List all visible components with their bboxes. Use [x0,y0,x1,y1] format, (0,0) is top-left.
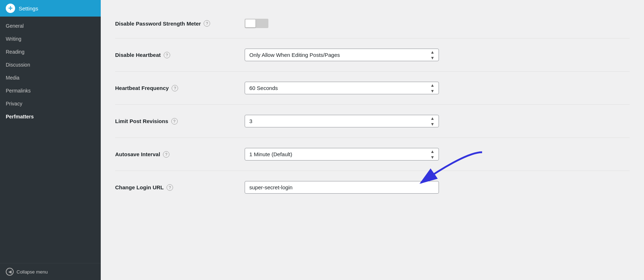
sidebar-item-writing[interactable]: Writing [0,32,101,45]
settings-row-heartbeat-frequency: Heartbeat Frequency ? 15 Seconds 30 Seco… [115,72,630,105]
disable-heartbeat-help-icon[interactable]: ? [164,52,170,58]
change-login-url-label-group: Change Login URL ? [115,184,237,191]
sidebar-item-perfmatters[interactable]: Perfmatters [0,110,101,123]
disable-heartbeat-label-group: Disable Heartbeat ? [115,52,237,58]
collapse-icon: ◀ [6,268,14,276]
settings-row-change-login-url: Change Login URL ? [115,171,630,204]
settings-row-limit-revisions: Limit Post Revisions ? 1 2 3 4 5 Unlimit… [115,105,630,138]
collapse-menu-button[interactable]: ◀ Collapse menu [0,263,101,280]
disable-password-help-icon[interactable]: ? [204,20,210,27]
limit-revisions-select-wrapper: 1 2 3 4 5 Unlimited ▲▼ [245,115,439,127]
sidebar-item-privacy[interactable]: Privacy [0,97,101,110]
disable-heartbeat-select[interactable]: Only Allow When Editing Posts/Pages Disa… [245,49,439,61]
wp-logo-icon: ✛ [6,4,15,13]
main-content: Disable Password Strength Meter ? Disabl… [101,0,644,280]
change-login-url-control [245,181,439,194]
sidebar-item-general[interactable]: General [0,19,101,32]
sidebar-item-media[interactable]: Media [0,71,101,84]
disable-heartbeat-select-wrapper: Only Allow When Editing Posts/Pages Disa… [245,49,439,61]
limit-revisions-select[interactable]: 1 2 3 4 5 Unlimited [245,115,439,127]
change-login-url-help-icon[interactable]: ? [167,184,173,191]
sidebar-header: ✛ Settings [0,0,101,17]
sidebar-title: Settings [19,5,38,12]
disable-password-label: Disable Password Strength Meter [115,21,201,27]
heartbeat-frequency-select[interactable]: 15 Seconds 30 Seconds 60 Seconds 120 Sec… [245,82,439,94]
limit-revisions-help-icon[interactable]: ? [171,118,178,125]
heartbeat-frequency-label: Heartbeat Frequency [115,85,169,91]
change-login-url-label: Change Login URL [115,184,164,190]
sidebar-item-reading[interactable]: Reading [0,45,101,58]
autosave-select-wrapper: 1 Minute (Default) 2 Minutes 5 Minutes 1… [245,148,439,161]
heartbeat-frequency-select-wrapper: 15 Seconds 30 Seconds 60 Seconds 120 Sec… [245,82,439,94]
disable-heartbeat-control: Only Allow When Editing Posts/Pages Disa… [245,49,439,61]
disable-password-control [245,19,439,28]
limit-revisions-label: Limit Post Revisions [115,118,168,124]
settings-row-autosave: Autosave Interval ? 1 Minute (Default) 2… [115,138,630,171]
disable-heartbeat-label: Disable Heartbeat [115,52,161,58]
disable-password-label-group: Disable Password Strength Meter ? [115,20,237,27]
autosave-help-icon[interactable]: ? [163,151,169,158]
disable-password-toggle[interactable] [245,19,268,28]
sidebar: ✛ Settings General Writing Reading Discu… [0,0,101,280]
autosave-select[interactable]: 1 Minute (Default) 2 Minutes 5 Minutes 1… [245,148,439,161]
settings-row-disable-heartbeat: Disable Heartbeat ? Only Allow When Edit… [115,39,630,72]
sidebar-nav: General Writing Reading Discussion Media… [0,17,101,263]
change-login-url-input[interactable] [245,181,439,194]
collapse-label: Collapse menu [17,269,48,275]
sidebar-item-discussion[interactable]: Discussion [0,58,101,71]
limit-revisions-control: 1 2 3 4 5 Unlimited ▲▼ [245,115,439,127]
sidebar-item-permalinks[interactable]: Permalinks [0,84,101,97]
heartbeat-frequency-control: 15 Seconds 30 Seconds 60 Seconds 120 Sec… [245,82,439,94]
heartbeat-frequency-help-icon[interactable]: ? [172,85,178,91]
autosave-control: 1 Minute (Default) 2 Minutes 5 Minutes 1… [245,148,439,161]
autosave-label-group: Autosave Interval ? [115,151,237,158]
settings-row-disable-password: Disable Password Strength Meter ? [115,9,630,39]
toggle-thumb [245,19,255,27]
limit-revisions-label-group: Limit Post Revisions ? [115,118,237,125]
heartbeat-frequency-label-group: Heartbeat Frequency ? [115,85,237,91]
autosave-label: Autosave Interval [115,151,160,157]
